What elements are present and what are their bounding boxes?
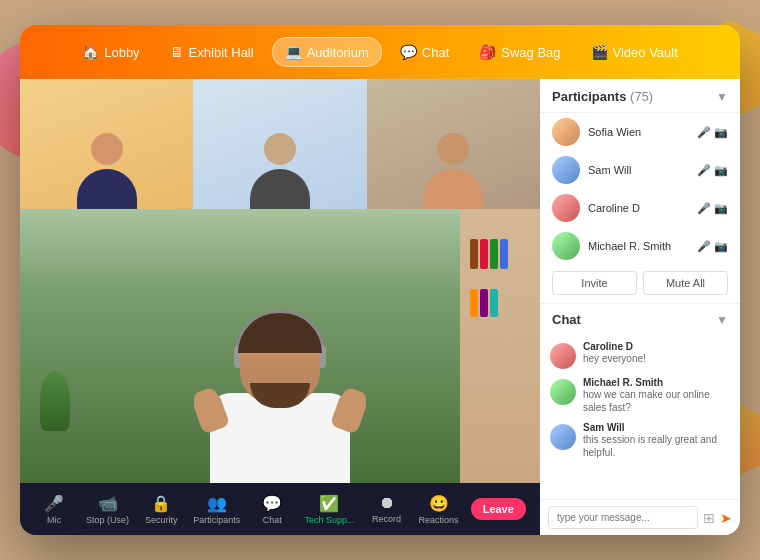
cam-on-icon-1: 📷 bbox=[714, 126, 728, 139]
participant-avatar-1 bbox=[552, 118, 580, 146]
participants-title-text: Participants bbox=[552, 89, 626, 104]
chat-input-area: ⊞ ➤ bbox=[540, 499, 740, 535]
chat-sender-3: Sam Will bbox=[583, 422, 730, 433]
auditorium-icon: 💻 bbox=[285, 44, 302, 60]
chat-content-1: Caroline D hey everyone! bbox=[583, 341, 646, 365]
participant-figure-2 bbox=[250, 79, 310, 209]
participant-figure-3 bbox=[423, 79, 483, 209]
nav-auditorium-label: Auditorium bbox=[307, 45, 369, 60]
participant-body-2 bbox=[250, 169, 310, 209]
participant-row-1: Sofia Wien 🎤 📷 bbox=[540, 113, 740, 151]
nav-chat[interactable]: 💬 Chat bbox=[388, 38, 461, 66]
video-thumb-1[interactable] bbox=[20, 79, 193, 209]
chat-msg-2: Michael R. Smith how we can make our onl… bbox=[540, 373, 740, 418]
shelf-book-1 bbox=[470, 239, 478, 269]
participants-icon: 👥 bbox=[207, 494, 227, 513]
mic-on-icon-3: 🎤 bbox=[697, 202, 711, 215]
chat-section-title: Chat bbox=[552, 312, 581, 327]
participant-name-2: Sam Will bbox=[588, 164, 689, 176]
chat-section-header: Chat ▼ bbox=[540, 304, 740, 333]
chat-sender-1: Caroline D bbox=[583, 341, 646, 352]
participants-title: Participants (75) bbox=[552, 89, 653, 104]
speaker-hands bbox=[197, 395, 363, 431]
chat-message-input[interactable] bbox=[548, 506, 698, 529]
ctrl-participants[interactable]: 👥 Participants bbox=[193, 494, 240, 525]
video-area: 🎤 Mic 📹 Stop (Use) 🔒 Security 👥 Particip… bbox=[20, 79, 540, 535]
ctrl-mic-label: Mic bbox=[47, 515, 61, 525]
chat-ctrl-icon: 💬 bbox=[262, 494, 282, 513]
leave-button[interactable]: Leave bbox=[471, 498, 526, 520]
security-icon: 🔒 bbox=[151, 494, 171, 513]
nav-lobby[interactable]: 🏠 Lobby bbox=[70, 38, 151, 66]
swag-icon: 🎒 bbox=[479, 44, 496, 60]
ctrl-security[interactable]: 🔒 Security bbox=[141, 494, 181, 525]
mic-off-icon-4: 🎤 bbox=[697, 240, 711, 253]
shelf-book-4 bbox=[500, 239, 508, 269]
participant-row-4: Michael R. Smith 🎤 📷 bbox=[540, 227, 740, 265]
cam-off-icon-4: 📷 bbox=[714, 240, 728, 253]
video-thumbnails-row bbox=[20, 79, 540, 209]
attach-icon[interactable]: ⊞ bbox=[703, 510, 715, 526]
invite-button[interactable]: Invite bbox=[552, 271, 637, 295]
participant-name-1: Sofia Wien bbox=[588, 126, 689, 138]
chat-messages-list: Caroline D hey everyone! Michael R. Smit… bbox=[540, 333, 740, 499]
participant-name-4: Michael R. Smith bbox=[588, 240, 689, 252]
bookshelf-bg bbox=[460, 209, 540, 483]
ctrl-chat-label: Chat bbox=[263, 515, 282, 525]
record-icon: ⏺ bbox=[379, 494, 395, 512]
speaker-visual bbox=[200, 263, 360, 483]
participant-body-3 bbox=[423, 169, 483, 209]
exhibit-icon: 🖥 bbox=[170, 44, 184, 60]
nav-swag-bag[interactable]: 🎒 Swag Bag bbox=[467, 38, 572, 66]
chat-avatar-2 bbox=[550, 379, 576, 405]
chat-content-2: Michael R. Smith how we can make our onl… bbox=[583, 377, 730, 414]
participant-head-3 bbox=[437, 133, 469, 165]
mic-icon: 🎤 bbox=[44, 494, 64, 513]
nav-auditorium[interactable]: 💻 Auditorium bbox=[272, 37, 382, 67]
nav-video-vault-label: Video Vault bbox=[613, 45, 678, 60]
nav-exhibit-hall[interactable]: 🖥 Exhibit Hall bbox=[158, 38, 266, 66]
ctrl-video[interactable]: 📹 Stop (Use) bbox=[86, 494, 129, 525]
participant-icons-4: 🎤 📷 bbox=[697, 240, 728, 253]
participants-count: (75) bbox=[630, 89, 653, 104]
reactions-icon: 😀 bbox=[429, 494, 449, 513]
ctrl-mic[interactable]: 🎤 Mic bbox=[34, 494, 74, 525]
shelf-book-6 bbox=[480, 289, 488, 317]
send-icon[interactable]: ➤ bbox=[720, 510, 732, 526]
home-icon: 🏠 bbox=[82, 44, 99, 60]
chat-content-3: Sam Will this session is really great an… bbox=[583, 422, 730, 459]
participant-icons-1: 🎤 📷 bbox=[697, 126, 728, 139]
chat-msg-3: Sam Will this session is really great an… bbox=[540, 418, 740, 463]
ctrl-tech-support[interactable]: ✅ Tech Supp... bbox=[304, 494, 354, 525]
ctrl-participants-label: Participants bbox=[193, 515, 240, 525]
mic-on-icon-1: 🎤 bbox=[697, 126, 711, 139]
video-thumb-2[interactable] bbox=[193, 79, 366, 209]
chat-text-2: how we can make our online sales fast? bbox=[583, 388, 730, 414]
mute-all-button[interactable]: Mute All bbox=[643, 271, 728, 295]
participants-chevron-icon[interactable]: ▼ bbox=[716, 90, 728, 104]
ctrl-reactions[interactable]: 😀 Reactions bbox=[419, 494, 459, 525]
chat-chevron-icon[interactable]: ▼ bbox=[716, 313, 728, 327]
video-vault-icon: 🎬 bbox=[591, 44, 608, 60]
mic-off-icon-2: 🎤 bbox=[697, 164, 711, 177]
ctrl-record[interactable]: ⏺ Record bbox=[367, 494, 407, 524]
chat-avatar-1 bbox=[550, 343, 576, 369]
shelf-book-2 bbox=[480, 239, 488, 269]
participants-actions: Invite Mute All bbox=[540, 265, 740, 304]
video-controls-bar: 🎤 Mic 📹 Stop (Use) 🔒 Security 👥 Particip… bbox=[20, 483, 540, 535]
nav-exhibit-label: Exhibit Hall bbox=[189, 45, 254, 60]
hand-right bbox=[330, 391, 369, 434]
nav-video-vault[interactable]: 🎬 Video Vault bbox=[579, 38, 690, 66]
nav-chat-label: Chat bbox=[422, 45, 449, 60]
ctrl-chat[interactable]: 💬 Chat bbox=[252, 494, 292, 525]
shelf-book-5 bbox=[470, 289, 478, 317]
chat-sender-2: Michael R. Smith bbox=[583, 377, 730, 388]
video-thumb-3[interactable] bbox=[367, 79, 540, 209]
participant-icons-3: 🎤 📷 bbox=[697, 202, 728, 215]
hand-left bbox=[192, 391, 231, 434]
ctrl-tech-support-label: Tech Supp... bbox=[304, 515, 354, 525]
ctrl-record-label: Record bbox=[372, 514, 401, 524]
participant-head-2 bbox=[264, 133, 296, 165]
chat-text-1: hey everyone! bbox=[583, 352, 646, 365]
cam-off-icon-2: 📷 bbox=[714, 164, 728, 177]
